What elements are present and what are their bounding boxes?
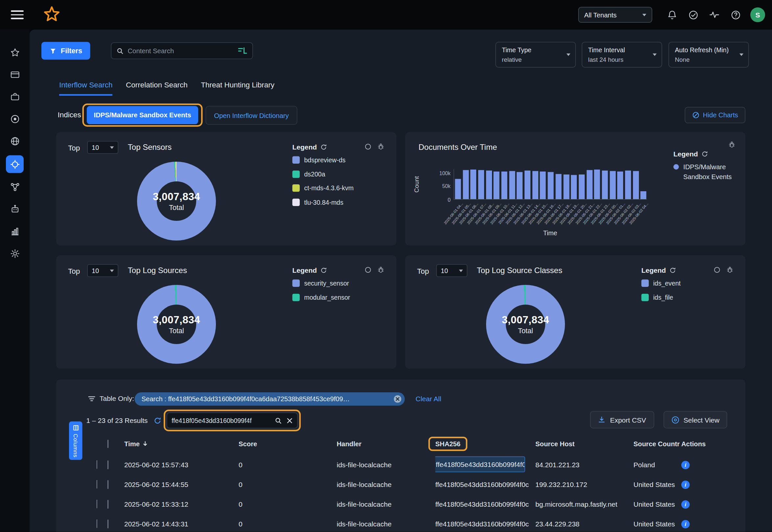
expand-row-icon[interactable] [97,500,97,508]
debug-bug-icon[interactable] [377,143,385,150]
legend-sync-icon[interactable] [320,267,327,273]
sha256-header-highlight[interactable]: SHA256 [429,436,468,451]
row-checkbox[interactable] [107,500,108,509]
chip-close-icon[interactable] [393,395,402,404]
bar[interactable] [563,175,569,199]
system-health-pulse-icon[interactable] [708,9,721,21]
legend-item[interactable]: ids_file [642,292,681,302]
content-search-input[interactable] [128,47,234,55]
bar[interactable] [486,171,492,199]
column-header-time[interactable]: Time [124,440,239,448]
filters-button[interactable]: Filters [41,42,90,60]
column-header-source-country[interactable]: Source Countr [634,440,682,448]
clear-all-link[interactable]: Clear All [416,395,441,403]
row-info-icon[interactable]: i [681,500,690,509]
legend-item[interactable]: ids_event [642,279,681,288]
top-n-select[interactable]: 10 [436,264,468,277]
debug-bug-icon[interactable] [377,266,385,274]
time-type-select[interactable]: Time Type relative [496,42,576,68]
star-icon[interactable] [6,44,24,61]
bar[interactable] [525,171,530,199]
disc-icon[interactable] [6,111,24,127]
legend-sync-icon[interactable] [669,267,676,273]
legend-item[interactable]: ct-mds-4.3.6-kvm [292,183,354,193]
refresh-icon[interactable] [154,417,161,425]
row-checkbox[interactable] [107,520,108,528]
globe-icon[interactable] [6,133,24,150]
hide-charts-button[interactable]: Hide Charts [685,107,746,124]
legend-sync-icon[interactable] [701,150,708,157]
debug-bug-icon[interactable] [728,141,736,149]
expand-row-icon[interactable] [97,480,97,489]
search-icon[interactable] [275,417,282,424]
tab-interflow-search[interactable]: Interflow Search [59,81,113,96]
column-header-score[interactable]: Score [239,440,337,448]
row-checkbox[interactable] [107,480,108,489]
legend-sync-icon[interactable] [320,144,327,150]
table-row[interactable]: 2025-06-02 14:43:31 0 ids-file-localcach… [56,514,717,532]
legend-item[interactable]: security_sensor [292,279,350,288]
briefcase-icon[interactable] [6,89,24,105]
table-row[interactable]: 2025-06-02 15:57:43 0 ids-file-localcach… [56,455,717,475]
bar[interactable] [579,174,585,199]
row-info-icon[interactable]: i [681,480,690,489]
index-button[interactable]: IDPS/Malware Sandbox Events [87,106,198,125]
column-header-handler[interactable]: Handler [337,440,435,448]
bar[interactable] [586,170,592,199]
search-filter-chip[interactable]: Search : ffe418f05e43dd3160b099f4f0ca6da… [135,392,405,406]
notifications-bell-icon[interactable] [666,9,678,21]
bar[interactable] [463,170,469,199]
bar[interactable] [540,172,546,199]
bar[interactable] [625,171,631,199]
select-all-checkbox[interactable] [107,439,108,448]
cell-sha256-highlighted[interactable]: ffe418f05e43dd3160b099f4f0c [435,456,525,472]
legend-item[interactable]: IDPS/Malware Sandbox Events [673,162,735,182]
row-info-icon[interactable]: i [681,461,690,469]
tasks-check-icon[interactable] [687,9,700,21]
table-row[interactable]: 2025-06-02 15:33:12 0 ids-file-localcach… [56,495,717,514]
table-row[interactable]: 2025-06-02 15:44:55 0 ids-file-localcach… [56,475,717,495]
legend-item[interactable]: modular_sensor [292,292,350,302]
query-language-icon[interactable] [238,47,247,55]
bar[interactable] [594,170,600,199]
tenant-select[interactable]: All Tenants [578,7,652,23]
logo-icon[interactable] [42,6,61,24]
bar[interactable] [633,171,639,199]
legend-item[interactable]: ds200a [292,169,354,179]
expand-row-icon[interactable] [97,520,97,528]
legend-item[interactable]: tlu-30.84-mds [292,197,354,207]
bar[interactable] [502,172,507,199]
auto-refresh-select[interactable]: Auto Refresh (Min) None [668,42,749,68]
column-header-actions[interactable]: Actions [681,440,711,448]
donut-chart[interactable]: 3,007,834 Total [137,285,216,364]
bar[interactable] [641,191,646,199]
clear-search-icon[interactable] [287,417,293,424]
bar[interactable] [555,174,561,199]
graph-icon[interactable] [6,179,24,196]
bar[interactable] [617,171,623,199]
interflow-search-icon[interactable] [6,155,24,173]
open-interflow-dictionary-button[interactable]: Open Interflow Dictionary [206,106,297,125]
wallet-icon[interactable] [6,67,24,83]
donut-chart[interactable]: 3,007,834 Total [137,162,216,241]
menu-icon[interactable] [11,11,24,19]
circle-toggle-icon[interactable] [365,144,371,150]
bar[interactable] [548,172,554,199]
reports-chart-icon[interactable] [6,223,24,240]
circle-toggle-icon[interactable] [365,267,371,273]
bar[interactable] [471,170,477,199]
debug-bug-icon[interactable] [726,266,734,274]
sandbox-bot-icon[interactable] [6,201,24,218]
bar[interactable] [532,171,538,199]
bar[interactable] [478,170,484,199]
select-view-button[interactable]: Select View [664,411,727,428]
bar[interactable] [571,175,577,199]
expand-row-icon[interactable] [97,460,97,469]
time-interval-select[interactable]: Time Interval last 24 hours [582,42,662,68]
donut-chart[interactable]: 3,007,834 Total [486,285,565,364]
avatar[interactable]: S [750,8,765,22]
settings-gear-icon[interactable] [6,245,24,262]
bar[interactable] [494,171,500,199]
row-checkbox[interactable] [107,460,108,469]
top-n-select[interactable]: 10 [87,264,119,277]
